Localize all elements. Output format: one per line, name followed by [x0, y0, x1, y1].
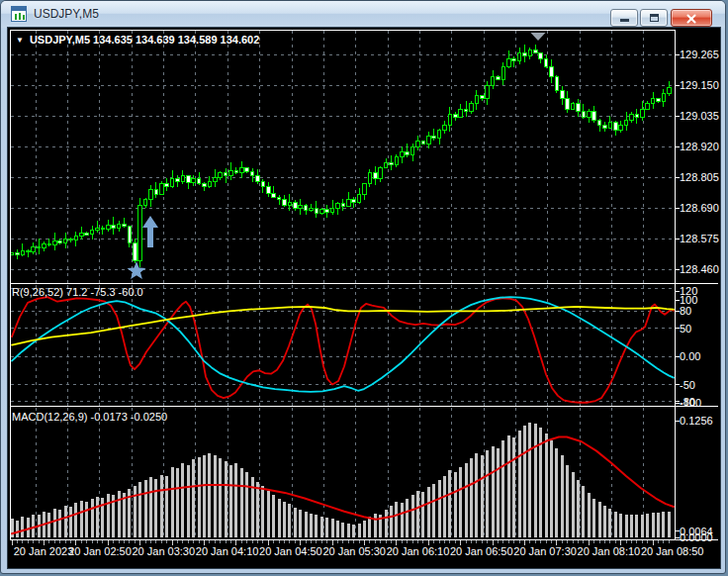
symbol-ohlc-text: USDJPY,M5 134.635 134.639 134.589 134.60… [30, 34, 259, 46]
macd-indicator-label: MACD(12,26,9) -0.0173 -0.0250 [12, 411, 167, 423]
symbol-dropdown-icon[interactable]: ▼ [16, 36, 24, 45]
chart-client-area: 129.265129.150129.035128.920128.805128.6… [8, 28, 720, 568]
close-icon [685, 13, 697, 24]
symbol-ohlc-line: ▼USDJPY,M5 134.635 134.639 134.589 134.6… [16, 34, 259, 46]
close-button[interactable] [671, 9, 712, 27]
maximize-icon [650, 14, 659, 22]
minimize-button[interactable] [610, 9, 638, 27]
maximize-button[interactable] [640, 9, 668, 27]
window-icon [11, 6, 27, 22]
window-title: USDJPY,M5 [34, 7, 99, 21]
chart-canvas[interactable] [8, 28, 720, 568]
mt4-chart-window: USDJPY,M5 129.265129.150129.035128.92012… [0, 0, 726, 574]
minimize-icon [620, 19, 629, 22]
wpr-indicator-label: R(9,26,52) 71.2 -75.3 -60.0 [12, 286, 143, 298]
window-titlebar[interactable]: USDJPY,M5 [1, 1, 725, 28]
